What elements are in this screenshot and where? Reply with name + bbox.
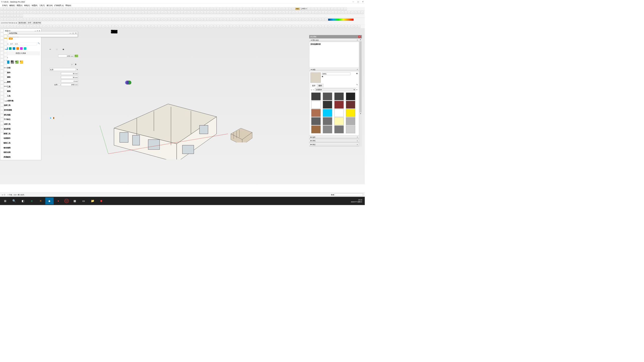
tool-shape[interactable]: ◆ [15, 60, 19, 64]
tool-btn[interactable]: · [63, 25, 66, 28]
tool-btn[interactable]: · [99, 11, 102, 14]
tool-btn[interactable]: · [197, 18, 200, 21]
tool-btn[interactable]: · [148, 11, 151, 14]
tool-btn[interactable]: · [164, 11, 167, 14]
tool-btn[interactable]: · [181, 25, 184, 28]
tool-btn[interactable]: · [321, 18, 325, 21]
tool-btn[interactable]: · [223, 11, 226, 14]
tool-btn[interactable]: · [226, 25, 229, 28]
material-swatch[interactable] [323, 93, 332, 100]
tool-btn[interactable]: · [312, 25, 315, 28]
maximize-button[interactable]: ▢ [357, 1, 359, 3]
quick-icon[interactable] [16, 47, 19, 50]
tool-btn[interactable]: · [217, 11, 220, 14]
tool-btn[interactable]: · [249, 18, 252, 21]
tool-btn[interactable]: · [39, 11, 43, 14]
tool-btn[interactable]: · [246, 11, 249, 14]
sketchup-icon[interactable]: ◆ [45, 197, 54, 204]
tool-btn[interactable]: · [249, 11, 252, 14]
tool-btn[interactable]: · [299, 11, 302, 14]
tool-btn[interactable]: · [128, 11, 131, 14]
tool-btn[interactable]: · [321, 25, 325, 28]
tool-btn[interactable]: · [187, 11, 190, 14]
tool-btn[interactable]: · [161, 25, 164, 28]
panel-min-icon[interactable]: — [70, 32, 71, 34]
tool-btn[interactable]: · [295, 11, 298, 14]
tool-btn[interactable]: · [46, 18, 49, 21]
side-tool[interactable] [4, 79, 7, 82]
tool-btn[interactable]: · [46, 7, 49, 10]
material-swatch[interactable] [311, 109, 321, 117]
tool-btn[interactable]: · [246, 7, 249, 10]
side-tool[interactable] [0, 81, 3, 84]
menu-draw[interactable]: 绘图(R) [31, 4, 38, 7]
tool-btn[interactable]: · [220, 25, 223, 28]
tool-btn[interactable]: · [125, 11, 128, 14]
tool-btn[interactable]: · [266, 25, 269, 28]
tool-btn[interactable]: · [233, 18, 236, 21]
side-tool[interactable] [0, 48, 3, 51]
tool-btn[interactable]: · [177, 25, 180, 28]
tool-btn[interactable]: · [194, 7, 197, 10]
explorer-icon[interactable]: 📁 [88, 197, 97, 204]
side-tool[interactable] [0, 111, 3, 114]
tool-btn[interactable]: · [95, 18, 98, 21]
tool-btn[interactable]: · [207, 7, 210, 10]
tool-btn[interactable]: · [331, 25, 334, 28]
tool-btn[interactable]: · [135, 25, 138, 28]
tool-btn[interactable]: · [72, 11, 75, 14]
tool-btn[interactable]: · [151, 7, 154, 10]
val-0[interactable] [61, 80, 78, 82]
side-tool[interactable] [0, 44, 3, 47]
tool-btn[interactable]: · [184, 25, 187, 28]
tool-btn[interactable]: · [43, 18, 46, 21]
side-tool[interactable] [0, 59, 3, 62]
side-tool[interactable] [4, 53, 7, 56]
category-item[interactable]: 相机动画 [0, 150, 41, 155]
material-preview[interactable] [310, 72, 321, 83]
tool-btn[interactable]: · [285, 11, 288, 14]
tool-btn[interactable]: · [164, 25, 167, 28]
tool-btn[interactable]: · [154, 11, 157, 14]
tool-btn[interactable]: · [144, 25, 147, 28]
back-icon[interactable]: ◇ [311, 89, 312, 90]
tool-btn[interactable]: · [259, 11, 262, 14]
tool-btn[interactable]: · [108, 11, 111, 14]
tool-btn[interactable]: · [86, 11, 89, 14]
panel-max-icon[interactable]: ▢ [72, 32, 74, 34]
tool-btn[interactable]: · [171, 11, 174, 14]
tool-btn[interactable]: · [131, 25, 134, 28]
tool-btn[interactable]: · [26, 25, 29, 28]
tool-btn[interactable]: · [259, 7, 262, 10]
tool-btn[interactable]: · [318, 7, 321, 10]
tool-btn[interactable]: · [0, 25, 3, 28]
tool-btn[interactable]: · [315, 11, 318, 14]
tool-btn[interactable]: · [17, 7, 20, 10]
tool-btn[interactable]: · [275, 11, 278, 14]
tool-btn[interactable]: · [115, 18, 118, 21]
tool-btn[interactable]: · [4, 11, 7, 14]
tool-btn[interactable]: · [344, 11, 347, 14]
tool-btn[interactable]: · [20, 18, 23, 21]
tool-btn[interactable]: · [102, 25, 105, 28]
side-tool[interactable] [0, 77, 3, 80]
tool-btn[interactable]: · [92, 7, 95, 10]
tool-btn[interactable]: · [118, 18, 121, 21]
pbr-label[interactable]: PBR [295, 8, 300, 10]
tool-btn[interactable]: · [282, 18, 285, 21]
tool-btn[interactable]: · [325, 11, 328, 14]
tool-btn[interactable]: · [79, 11, 82, 14]
viewport[interactable]: 草图大师 全屋定制 document.write(Array.from({len… [0, 28, 365, 184]
tool-btn[interactable]: · [50, 7, 53, 10]
time-3[interactable]: 05:00 PM [33, 21, 41, 24]
lib-label[interactable]: 云中库2.0 [300, 8, 308, 10]
trash-icon[interactable]: 🗑 [75, 64, 78, 67]
menu-file[interactable]: 文件(F) [1, 4, 9, 7]
tool-btn[interactable]: · [82, 7, 85, 10]
mat-tool-icon[interactable]: ▦ [322, 76, 323, 77]
material-swatch[interactable] [346, 117, 355, 125]
status-icon[interactable]: ⊙ [2, 194, 3, 196]
tool-btn[interactable]: · [10, 11, 13, 14]
category-item[interactable]: 规划景观 [0, 127, 41, 131]
material-swatch[interactable] [334, 109, 344, 117]
